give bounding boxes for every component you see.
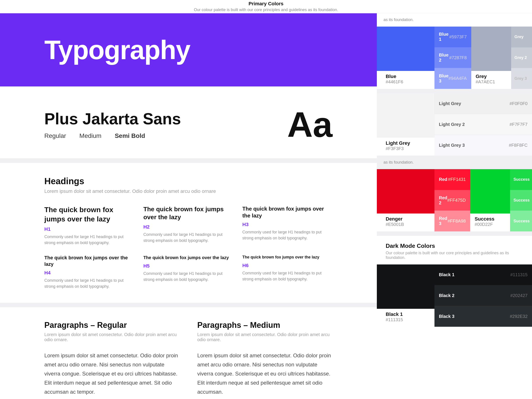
h5-text: The quick brown fox jumps over the lazy — [143, 255, 234, 260]
grey-1-name-partial: Grey — [514, 35, 524, 39]
lg-3-name: Light Grey 3 — [439, 143, 465, 148]
weight-semibold: Semi Bold — [115, 132, 145, 139]
danger-3-hex: #FF8A98 — [448, 219, 466, 224]
para-medium-title: Paragraphs – Medium — [197, 321, 332, 330]
black-info: Black 1 #111315 — [377, 309, 434, 327]
h5-desc: Commonly used for large H1 headings to p… — [143, 271, 234, 283]
blue-shade-3: Blue 3 #94A4FA — [434, 68, 471, 89]
success-partial-block: Success #00D22F — [470, 169, 510, 231]
para-regular-col: Paragraphs – Regular Lorem ipsum dolor s… — [44, 321, 180, 399]
blue-shade-2: Blue 2 #7287F8 — [434, 47, 471, 68]
blue-2-hex: #7287F8 — [449, 55, 467, 60]
h1-label: H1 — [44, 226, 134, 232]
h6-text: The quick brown fox jumps over the lazy — [242, 255, 332, 260]
black-shade-2: Black 2 #202427 — [434, 285, 532, 306]
h1-text: The quick brown fox jumps over the lazy — [44, 205, 134, 224]
black-shade-1: Black 1 #111315 — [434, 265, 532, 285]
danger-name: Denger — [386, 216, 426, 222]
divider-2 — [377, 231, 532, 236]
success-2-partial: Success — [513, 198, 530, 203]
headings-desc: Lorem ipsum dolor sit amet consectetur. … — [44, 188, 332, 194]
dark-mode-desc: Our colour palette is built with our cor… — [386, 251, 523, 260]
weight-medium: Medium — [79, 132, 101, 139]
black-1-name: Black 1 — [439, 272, 454, 277]
h3-desc: Commonly used for large H1 headings to p… — [242, 229, 332, 241]
blue-3-hex: #94A4FA — [449, 76, 467, 81]
para-regular-body: Lorem ipsum dolor sit amet consectetur. … — [44, 351, 180, 396]
grey-main-swatch — [471, 27, 511, 71]
headings-section: Headings Lorem ipsum dolor sit amet cons… — [0, 163, 377, 303]
blue-main-swatch: Blue #4461F6 — [377, 27, 434, 89]
paragraphs-section: Paragraphs – Regular Lorem ipsum dolor s… — [0, 307, 377, 399]
success-3-partial: Success — [513, 219, 530, 223]
dark-mode-title: Dark Mode Colors — [386, 242, 523, 249]
topbar-title: Primary Colors — [194, 1, 338, 7]
h6-label: H6 — [242, 263, 332, 268]
h2-desc: Commonly used for large H1 headings to p… — [143, 232, 234, 244]
h1-desc: Commonly used for large H1 headings to p… — [44, 234, 134, 246]
heading-item-h5: The quick brown fox jumps over the lazy … — [143, 255, 234, 290]
black-1-hex: #111315 — [510, 272, 528, 277]
danger-shade-1: Red #FF1431 — [434, 169, 470, 190]
grey-shades-partial: Grey Grey 2 Grey 3 — [511, 27, 532, 89]
h3-text: The quick brown fox jumps over the lazy — [242, 205, 332, 219]
para-medium-body1: Lorem ipsum dolor sit amet consectetur. … — [197, 351, 332, 396]
divider-1 — [377, 89, 532, 93]
partial-text-content: as its foundation. — [383, 160, 414, 165]
h4-text: The quick brown fox jumps over the lazy — [44, 255, 134, 267]
success-main-swatch — [470, 169, 510, 214]
black-name: Black 1 — [386, 311, 426, 317]
success-1-partial: Success — [513, 177, 530, 182]
lightgrey-name: Light Grey — [386, 140, 426, 146]
danger-success-row: Denger #E5001B Red #FF1431 Red 2 #FF475D… — [377, 169, 532, 231]
main-wrapper: Typography Plus Jakarta Sans Regular Med… — [0, 0, 532, 399]
black-main-block: Black 1 #111315 — [377, 265, 434, 327]
heading-item-h2: The quick brown fox jumps over the lazy … — [143, 205, 234, 246]
paragraphs-grid: Paragraphs – Regular Lorem ipsum dolor s… — [44, 321, 332, 399]
dark-mode-section-header: Dark Mode Colors Our colour palette is b… — [377, 236, 532, 265]
success-shade-2-partial: Success — [510, 190, 532, 211]
danger-3-name: Red 3 — [439, 216, 448, 226]
danger-shade-2: Red 2 #FF475D — [434, 190, 470, 211]
typography-hero: Typography — [0, 13, 377, 86]
danger-main-block: Denger #E5001B — [377, 169, 434, 231]
blue-grey-row: Blue #4461F6 Blue 1 #5973F7 Blue 2 #7287… — [377, 27, 532, 89]
success-hex: #00D22F — [475, 222, 506, 227]
font-weights: Regular Medium Semi Bold — [44, 132, 181, 139]
success-info: Success #00D22F — [470, 214, 510, 230]
danger-main-swatch — [377, 169, 434, 214]
main-content: Typography Plus Jakarta Sans Regular Med… — [0, 13, 377, 399]
grey-partial: Grey #A7AEC1 — [471, 27, 511, 89]
lightgrey-shade-1: Light Grey #F0F0F0 — [434, 93, 532, 114]
lg-3-hex: #F8F8FC — [509, 143, 528, 148]
h4-label: H4 — [44, 270, 134, 276]
heading-item-h6: The quick brown fox jumps over the lazy … — [242, 255, 332, 290]
danger-1-hex: #FF1431 — [448, 177, 466, 182]
font-name: Plus Jakarta Sans — [44, 110, 181, 128]
black-shades: Black 1 #111315 Black 2 #202427 Black 3 … — [434, 265, 532, 327]
grey-name: Grey — [476, 74, 507, 79]
headings-title: Headings — [44, 176, 332, 186]
grey-hex: #A7AEC1 — [476, 79, 507, 84]
danger-info: Denger #E5001B — [377, 214, 434, 231]
lightgrey-hex: #F3F3F3 — [386, 146, 426, 151]
success-shade-3-partial: Success — [510, 211, 532, 231]
h3-label: H3 — [242, 222, 332, 228]
blue-1-name: Blue 1 — [439, 32, 449, 42]
para-regular-title: Paragraphs – Regular — [44, 321, 180, 330]
danger-1-name: Red — [439, 177, 447, 182]
grey-shade-1-partial: Grey — [511, 27, 532, 47]
lg-1-hex: #F0F0F0 — [510, 101, 528, 106]
blue-shade-1: Blue 1 #5973F7 — [434, 27, 471, 47]
heading-item-h1: The quick brown fox jumps over the lazy … — [44, 205, 134, 246]
lightgrey-row: Light Grey #F3F3F3 Light Grey #F0F0F0 Li… — [377, 93, 532, 156]
blue-swatch-main — [377, 27, 434, 71]
grey-info: Grey #A7AEC1 — [471, 71, 511, 89]
blue-2-name: Blue 2 — [439, 52, 449, 63]
h2-text: The quick brown fox jumps over the lazy — [143, 205, 234, 222]
font-preview: Aa — [287, 104, 332, 145]
blue-1-hex: #5973F7 — [449, 34, 467, 39]
topbar-desc: Our colour palette is built with our cor… — [194, 7, 338, 12]
typography-title: Typography — [44, 35, 190, 65]
grey-shade-3-partial: Grey 3 — [511, 68, 532, 89]
